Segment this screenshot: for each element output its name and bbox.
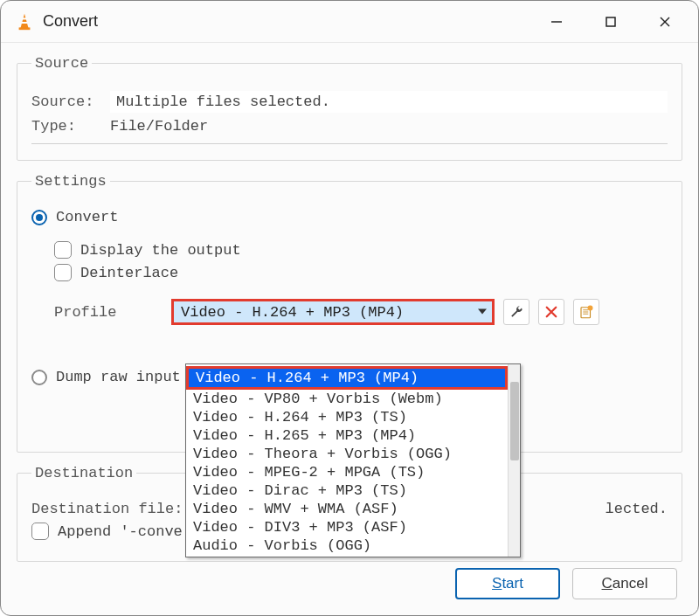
start-button[interactable]: Start xyxy=(455,568,560,599)
append-converted-label: Append '-conve xyxy=(58,523,183,540)
profile-option-list: Video - H.264 + MP3 (MP4)Video - VP80 + … xyxy=(186,364,508,557)
source-label: Source: xyxy=(31,93,110,110)
delete-profile-button[interactable] xyxy=(538,299,564,325)
destination-legend: Destination xyxy=(31,465,136,481)
wrench-icon xyxy=(509,304,524,320)
dropdown-scrollbar[interactable] xyxy=(508,364,520,557)
svg-rect-2 xyxy=(22,22,28,24)
settings-legend: Settings xyxy=(31,173,110,190)
profile-selected-text: Video - H.264 + MP3 (MP4) xyxy=(181,304,404,321)
profile-row: Profile Video - H.264 + MP3 (MP4) xyxy=(31,299,668,325)
source-legend: Source xyxy=(31,55,92,72)
profile-option[interactable]: Video - WMV + WMA (ASF) xyxy=(186,500,508,518)
maximize-button[interactable] xyxy=(593,7,628,37)
profile-label: Profile xyxy=(31,304,163,321)
type-label: Type: xyxy=(31,118,110,135)
profile-option[interactable]: Video - VP80 + Vorbis (Webm) xyxy=(186,390,508,408)
svg-marker-0 xyxy=(20,13,28,28)
new-profile-button[interactable] xyxy=(573,299,599,325)
profile-option[interactable]: Video - MPEG-2 + MPGA (TS) xyxy=(186,463,508,481)
convert-window: Convert Source Source: Multiple files se… xyxy=(0,0,699,616)
svg-point-13 xyxy=(588,306,593,311)
divider xyxy=(31,143,668,144)
deinterlace-checkbox[interactable]: Deinterlace xyxy=(54,264,178,281)
svg-rect-3 xyxy=(19,27,31,30)
window-title: Convert xyxy=(43,12,539,31)
checkbox-icon xyxy=(54,264,72,281)
profile-combobox[interactable]: Video - H.264 + MP3 (MP4) xyxy=(171,299,495,325)
x-red-icon xyxy=(543,304,559,320)
window-buttons xyxy=(539,7,682,37)
display-output-label: Display the output xyxy=(80,242,241,259)
edit-profile-button[interactable] xyxy=(503,299,529,325)
profile-option[interactable]: Video - H.264 + MP3 (TS) xyxy=(186,408,508,426)
append-converted-checkbox[interactable]: Append '-conve xyxy=(31,523,183,540)
titlebar: Convert xyxy=(1,1,698,43)
dump-raw-radio[interactable]: Dump raw input xyxy=(31,369,181,385)
checkbox-icon xyxy=(31,523,49,540)
display-output-checkbox[interactable]: Display the output xyxy=(54,241,241,259)
dump-raw-label: Dump raw input xyxy=(56,369,181,385)
destination-file-tail: lected. xyxy=(606,501,668,517)
close-button[interactable] xyxy=(647,7,682,37)
destination-file-label: Destination file: xyxy=(31,501,189,517)
profile-option[interactable]: Video - Dirac + MP3 (TS) xyxy=(186,481,508,500)
profile-option[interactable]: Video - DIV3 + MP3 (ASF) xyxy=(186,518,508,536)
profile-option-highlighted: Video - H.264 + MP3 (MP4) xyxy=(186,366,508,390)
profile-option[interactable]: Video - H.264 + MP3 (MP4) xyxy=(189,369,505,387)
source-group: Source Source: Multiple files selected. … xyxy=(17,55,682,161)
radio-selected-icon xyxy=(31,210,47,225)
svg-rect-1 xyxy=(22,17,26,19)
vlc-cone-icon xyxy=(15,12,34,31)
type-value: File/Folder xyxy=(110,118,668,135)
radio-unselected-icon xyxy=(31,370,47,385)
source-value: Multiple files selected. xyxy=(110,91,668,113)
profile-dropdown-popup: Video - H.264 + MP3 (MP4)Video - VP80 + … xyxy=(185,363,521,557)
deinterlace-label: Deinterlace xyxy=(80,265,178,281)
minimize-button[interactable] xyxy=(539,7,574,37)
footer-buttons: Start Cancel xyxy=(455,568,677,599)
chevron-down-icon xyxy=(478,304,487,321)
profile-option[interactable]: Audio - Vorbis (OGG) xyxy=(186,536,508,555)
checkbox-icon xyxy=(54,241,72,259)
convert-radio-label: Convert xyxy=(56,209,118,225)
svg-rect-5 xyxy=(606,17,615,26)
svg-marker-8 xyxy=(478,309,487,315)
profile-option[interactable]: Video - H.265 + MP3 (MP4) xyxy=(186,426,508,445)
profile-option[interactable]: Video - Theora + Vorbis (OGG) xyxy=(186,445,508,463)
new-profile-icon xyxy=(578,304,594,320)
cancel-button[interactable]: Cancel xyxy=(572,568,677,599)
convert-radio[interactable]: Convert xyxy=(31,209,118,225)
scrollbar-thumb[interactable] xyxy=(510,382,519,460)
